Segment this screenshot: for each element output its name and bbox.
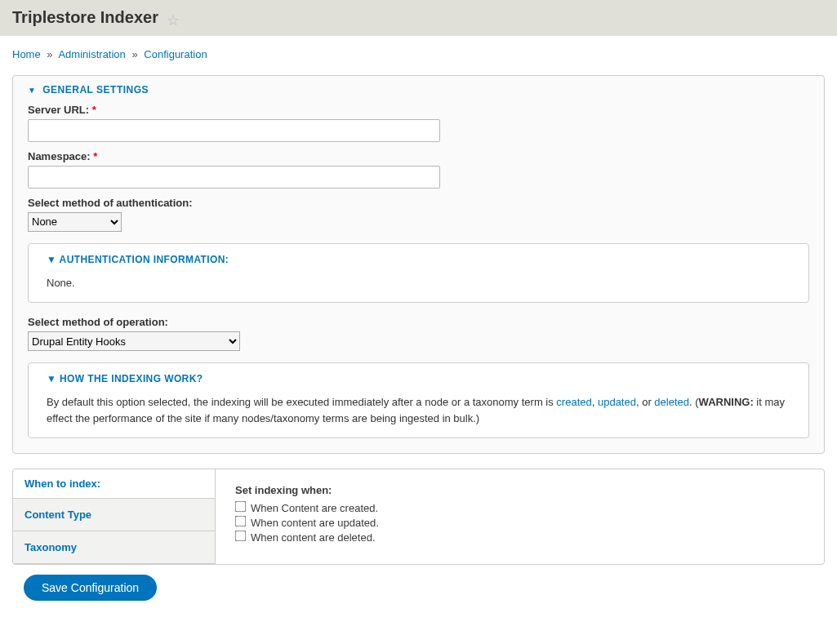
set-indexing-heading: Set indexing when: (235, 484, 804, 496)
breadcrumb-admin[interactable]: Administration (58, 48, 125, 60)
namespace-label: Namespace: * (28, 150, 809, 162)
chevron-down-icon: ▼ (47, 373, 56, 384)
auth-method-select[interactable]: None (28, 212, 122, 232)
op-method-select[interactable]: Drupal Entity Hooks (28, 331, 240, 351)
link-deleted[interactable]: deleted (654, 396, 689, 408)
general-settings-legend: General Settings (42, 84, 149, 95)
tab-content-type[interactable]: Content Type (13, 498, 215, 531)
breadcrumb-sep: » (131, 48, 137, 60)
index-option-checkbox-0[interactable] (235, 501, 247, 513)
star-icon[interactable]: ☆ (167, 11, 180, 29)
chevron-down-icon: ▼ (47, 254, 56, 265)
page-title: Triplestore Indexer (12, 8, 158, 27)
how-works-header[interactable]: ▼ How the Indexing work? (29, 363, 808, 394)
breadcrumb-config[interactable]: Configuration (144, 48, 207, 60)
auth-info-body: None. (29, 275, 808, 303)
general-settings-header[interactable]: ▼ General Settings (13, 76, 824, 104)
index-option-label: When content are deleted. (251, 531, 376, 544)
breadcrumb-sep: » (47, 48, 52, 60)
server-url-label: Server URL: * (28, 104, 809, 116)
how-works-legend: How the Indexing work? (60, 373, 203, 384)
auth-info-header[interactable]: ▼ Authentication Information: (29, 244, 808, 275)
page-header: Triplestore Indexer ☆ (0, 0, 837, 36)
auth-info-legend: Authentication Information: (60, 254, 229, 265)
index-option-row: When Content are created. (235, 501, 804, 514)
chevron-down-icon: ▼ (28, 86, 36, 95)
index-option-row: When content are updated. (235, 516, 804, 529)
index-option-row: When content are deleted. (235, 531, 804, 544)
index-option-checkbox-1[interactable] (235, 516, 247, 527)
server-url-input[interactable] (28, 119, 440, 142)
namespace-input[interactable] (28, 166, 440, 189)
how-works-panel: ▼ How the Indexing work? By default this… (28, 362, 809, 438)
save-configuration-button[interactable]: Save Configuration (24, 575, 157, 601)
link-created[interactable]: created (556, 396, 591, 408)
link-updated[interactable]: updated (598, 396, 636, 408)
how-works-body: By default this option selected, the ind… (29, 394, 808, 437)
breadcrumb: Home » Administration » Configuration (12, 48, 825, 60)
when-to-index-panel: When to index: Content TypeTaxonomy Set … (12, 469, 825, 565)
op-method-label: Select method of operation: (28, 316, 809, 328)
general-settings-panel: ▼ General Settings Server URL: * Namespa… (12, 75, 825, 455)
breadcrumb-home[interactable]: Home (12, 48, 41, 60)
auth-method-label: Select method of authentication: (28, 197, 809, 209)
auth-info-panel: ▼ Authentication Information: None. (28, 243, 809, 304)
tabs-header-label: When to index: (13, 469, 215, 498)
tab-taxonomy[interactable]: Taxonomy (13, 531, 215, 564)
index-option-label: When content are updated. (251, 517, 379, 529)
index-option-checkbox-2[interactable] (235, 531, 247, 542)
index-option-label: When Content are created. (251, 502, 378, 514)
tabs-sidebar: When to index: Content TypeTaxonomy (13, 469, 216, 564)
tabs-content: Set indexing when: When Content are crea… (216, 469, 824, 564)
